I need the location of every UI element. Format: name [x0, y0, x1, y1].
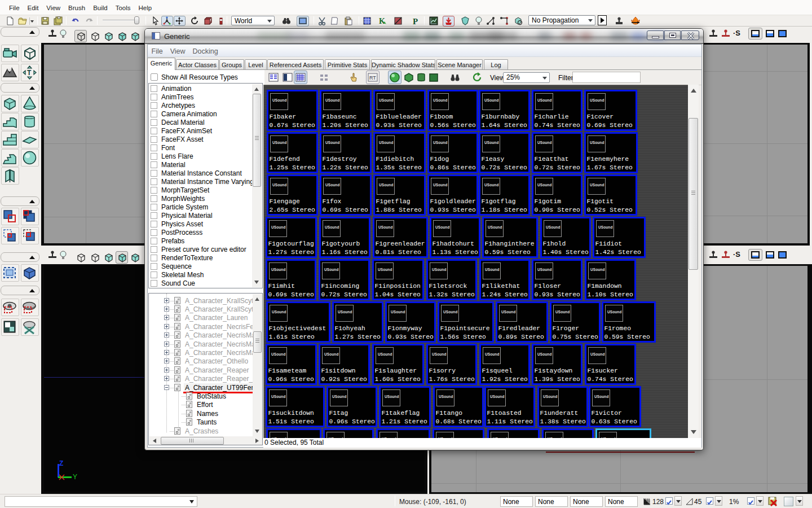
svg-text:P: P [413, 17, 418, 25]
svg-text:K: K [379, 17, 385, 25]
svg-text:T: T [27, 69, 32, 77]
